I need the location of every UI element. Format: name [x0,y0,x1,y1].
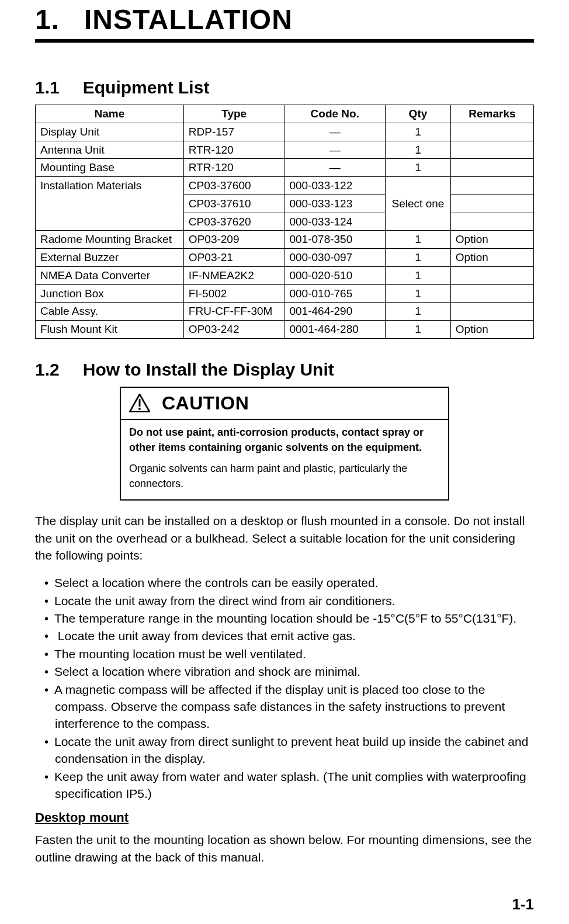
list-item: Keep the unit away from water and water … [35,768,534,803]
th-name: Name [36,105,184,123]
warning-icon [129,394,150,412]
list-item: Locate the unit away from the direct win… [35,592,534,609]
svg-point-2 [138,408,141,410]
cell: 1 [386,284,451,303]
list-item: A magnetic compass will be affected if t… [35,681,534,732]
caution-header: CAUTION [121,388,448,420]
table-row: Display Unit RDP-157 — 1 [36,123,534,141]
cell: 000-020-510 [284,266,386,284]
table-row: Mounting Base RTR-120 — 1 [36,159,534,177]
table-row: Cable Assy. FRU-CF-FF-30M 001-464-290 1 [36,303,534,321]
section-1-1-heading: 1.1 Equipment List [35,78,534,98]
cell: OP03-209 [183,231,284,249]
cell: Mounting Base [36,159,184,177]
cell: External Buzzer [36,249,184,267]
cell: 0001-464-280 [284,321,386,339]
page-number: 1-1 [512,895,534,913]
table-row: Flush Mount Kit OP03-242 0001-464-280 1 … [36,321,534,339]
list-item: The temperature range in the mounting lo… [35,610,534,627]
cell: 1 [386,141,451,159]
table-header-row: Name Type Code No. Qty Remarks [36,105,534,123]
cell: Display Unit [36,123,184,141]
cell: FI-5002 [183,284,284,303]
caution-bold-text: Do not use paint, anti-corrosion product… [129,425,440,455]
cell [450,266,533,284]
caution-title: CAUTION [162,392,249,414]
cell: CP03-37600 [183,177,284,195]
cell: 001-464-290 [284,303,386,321]
cell: 1 [386,266,451,284]
section-title: Equipment List [83,78,210,98]
list-item: The mounting location must be well venti… [35,645,534,662]
chapter-title: INSTALLATION [84,4,293,36]
cell: 000-033-122 [284,177,386,195]
cell [450,213,533,231]
list-item: Locate the unit away from devices that e… [35,627,534,644]
cell [450,284,533,303]
cell: IF-NMEA2K2 [183,266,284,284]
th-remarks: Remarks [450,105,533,123]
cell: Installation Materials [36,177,184,231]
th-qty: Qty [386,105,451,123]
th-code: Code No. [284,105,386,123]
cell: 1 [386,249,451,267]
cell [450,303,533,321]
cell: Radome Mounting Bracket [36,231,184,249]
cell: Option [450,321,533,339]
list-item: Select a location where vibration and sh… [35,663,534,680]
chapter-number: 1. [35,4,60,36]
section-title: How to Install the Display Unit [83,360,334,380]
bullet-list: Select a location where the controls can… [35,574,534,802]
table-row: Antenna Unit RTR-120 — 1 [36,141,534,159]
table-row: Radome Mounting Bracket OP03-209 001-078… [36,231,534,249]
cell: — [284,141,386,159]
cell: 1 [386,231,451,249]
page: 1. INSTALLATION 1.1 Equipment List Name … [0,0,569,924]
cell: 000-033-124 [284,213,386,231]
cell: CP03-37620 [183,213,284,231]
table-row: NMEA Data Converter IF-NMEA2K2 000-020-5… [36,266,534,284]
cell: 1 [386,159,451,177]
cell [450,123,533,141]
chapter-rule [35,39,534,43]
caution-body: Do not use paint, anti-corrosion product… [121,420,448,499]
table-row: Junction Box FI-5002 000-010-765 1 [36,284,534,303]
cell: 1 [386,303,451,321]
cell: NMEA Data Converter [36,266,184,284]
equipment-table: Name Type Code No. Qty Remarks Display U… [35,105,534,339]
cell: OP03-242 [183,321,284,339]
section-number: 1.1 [35,78,60,98]
cell: 000-030-097 [284,249,386,267]
cell: 1 [386,321,451,339]
cell: 000-033-123 [284,194,386,213]
cell: 000-010-765 [284,284,386,303]
desktop-mount-paragraph: Fasten the unit to the mounting location… [35,831,534,866]
intro-paragraph: The display unit can be installed on a d… [35,512,534,564]
cell: FRU-CF-FF-30M [183,303,284,321]
cell: OP03-21 [183,249,284,267]
cell: Select one [386,177,451,231]
cell [450,194,533,213]
cell: Cable Assy. [36,303,184,321]
section-number: 1.2 [35,360,60,380]
cell: Junction Box [36,284,184,303]
caution-notice: CAUTION Do not use paint, anti-corrosion… [120,387,449,501]
list-item: Locate the unit away from direct sunligh… [35,733,534,767]
cell: Antenna Unit [36,141,184,159]
chapter-heading: 1. INSTALLATION [35,0,534,36]
cell: RTR-120 [183,159,284,177]
cell: RTR-120 [183,141,284,159]
cell: Option [450,231,533,249]
cell: Flush Mount Kit [36,321,184,339]
cell: 001-078-350 [284,231,386,249]
cell: — [284,123,386,141]
cell: 1 [386,123,451,141]
caution-text: Organic solvents can harm paint and plas… [129,461,440,491]
cell: CP03-37610 [183,194,284,213]
cell: Option [450,249,533,267]
cell [450,177,533,195]
cell: RDP-157 [183,123,284,141]
list-item: Select a location where the controls can… [35,574,534,591]
table-row: Installation Materials CP03-37600 000-03… [36,177,534,195]
table-row: External Buzzer OP03-21 000-030-097 1 Op… [36,249,534,267]
